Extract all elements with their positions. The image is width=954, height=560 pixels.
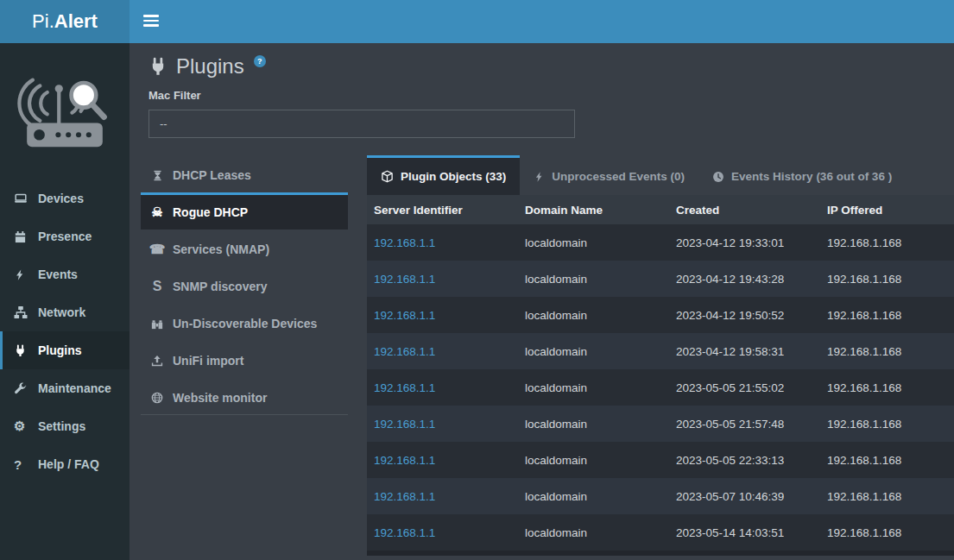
bolt-icon [534, 171, 545, 183]
table-row: 192.168.1.1 localdomain 2023-05-14 14:03… [367, 514, 954, 551]
column-header-domain-name[interactable]: Domain Name [518, 204, 669, 217]
table-header: Server Identifier Domain Name Created IP… [367, 195, 954, 224]
table-row: 192.168.1.1 localdomain 2023-05-05 21:55… [367, 369, 954, 406]
upload-icon [149, 355, 165, 367]
clock-icon [712, 171, 724, 183]
server-identifier-link[interactable]: 192.168.1.1 [374, 381, 435, 394]
phone-volume-icon: ☎ [149, 242, 165, 257]
ip-offered-cell: 192.168.1.168 [820, 526, 954, 539]
gear-icon: ⚙ [14, 418, 33, 434]
sidebar-item-devices[interactable]: Devices [0, 179, 130, 217]
ip-offered-cell: 192.168.1.168 [820, 454, 954, 467]
plugin-item-dhcp-leases[interactable]: DHCP Leases [141, 155, 348, 192]
column-header-ip-offered[interactable]: IP Offered [820, 204, 954, 217]
created-cell: 2023-05-05 22:33:13 [669, 454, 820, 467]
app-logo [0, 43, 130, 164]
domain-name-cell: localdomain [518, 526, 669, 539]
brand-pi: Pi. [32, 10, 54, 32]
tab-unprocessed-events[interactable]: Unprocessed Events (0) [520, 155, 698, 195]
sidebar-item-label: Devices [38, 192, 84, 205]
sidebar-item-maintenance[interactable]: Maintenance [0, 369, 130, 407]
tab-bar: Plugin Objects (33) Unprocessed Events (… [367, 155, 954, 195]
help-badge[interactable]: ? [254, 55, 266, 67]
server-identifier-link[interactable]: 192.168.1.1 [374, 273, 435, 286]
globe-icon [149, 392, 165, 404]
tab-label: Unprocessed Events (0) [552, 170, 685, 183]
plugin-item-label: SNMP discovery [173, 280, 267, 293]
table-row: 192.168.1.1 localdomain 2023-04-12 19:58… [367, 333, 954, 369]
plug-title-icon [148, 57, 167, 76]
plugin-item-undiscoverable-devices[interactable]: Un-Discoverable Devices [141, 304, 348, 341]
sidebar-item-network[interactable]: Network [0, 293, 130, 331]
mac-filter-label: Mac Filter [148, 89, 954, 102]
sidebar-item-label: Help / FAQ [38, 457, 99, 471]
mac-filter-block: Mac Filter [130, 80, 954, 138]
plugin-item-services-nmap[interactable]: ☎ Services (NMAP) [141, 230, 348, 267]
plugin-item-website-monitor[interactable]: Website monitor [141, 378, 348, 415]
page-title-text: Plugins [176, 54, 244, 79]
created-cell: 2023-05-05 21:55:02 [669, 381, 820, 394]
sidebar-item-presence[interactable]: Presence [0, 217, 130, 255]
table-row: 192.168.1.1 localdomain 2023-04-12 19:50… [367, 297, 954, 333]
cube-icon [381, 170, 394, 183]
sidebar-menu: Devices Presence Events Network Plugins [0, 179, 130, 483]
sidebar-item-help-faq[interactable]: ? Help / FAQ [0, 445, 130, 483]
skull-crossbones-icon: ☠ [149, 204, 165, 220]
sidebar-toggle-icon[interactable] [143, 15, 159, 29]
table-row-partial [367, 551, 954, 556]
sidebar-item-settings[interactable]: ⚙ Settings [0, 407, 130, 445]
main-content: Plugins ? Mac Filter DHCP Leases ☠ Rogue… [130, 43, 954, 560]
plugin-item-label: Un-Discoverable Devices [173, 317, 317, 330]
ip-offered-cell: 192.168.1.168 [820, 345, 954, 358]
table-row: 192.168.1.1 localdomain 2023-04-12 19:33… [367, 224, 954, 261]
server-identifier-link[interactable]: 192.168.1.1 [374, 309, 435, 322]
plugin-item-snmp-discovery[interactable]: S SNMP discovery [141, 267, 348, 304]
server-identifier-link[interactable]: 192.168.1.1 [374, 236, 435, 249]
column-header-server-identifier[interactable]: Server Identifier [367, 204, 518, 217]
ip-offered-cell: 192.168.1.168 [820, 490, 954, 503]
domain-name-cell: localdomain [518, 309, 669, 322]
tab-plugin-objects[interactable]: Plugin Objects (33) [367, 155, 520, 195]
server-identifier-link[interactable]: 192.168.1.1 [374, 526, 435, 539]
domain-name-cell: localdomain [518, 490, 669, 503]
page-header: Plugins ? [130, 43, 954, 80]
domain-name-cell: localdomain [518, 345, 669, 358]
plugin-item-rogue-dhcp[interactable]: ☠ Rogue DHCP [141, 192, 348, 230]
sidebar-item-label: Network [38, 305, 85, 319]
column-header-created[interactable]: Created [669, 204, 820, 217]
ip-offered-cell: 192.168.1.168 [820, 273, 954, 286]
sidebar-item-plugins[interactable]: Plugins [0, 331, 130, 369]
sitemap-icon [14, 305, 33, 319]
domain-name-cell: localdomain [518, 273, 669, 286]
server-identifier-link[interactable]: 192.168.1.1 [374, 490, 435, 503]
sidebar-item-label: Plugins [38, 343, 82, 357]
laptop-icon [14, 192, 33, 205]
server-identifier-link[interactable]: 192.168.1.1 [374, 454, 435, 467]
server-identifier-link[interactable]: 192.168.1.1 [374, 418, 435, 431]
brand-logo[interactable]: Pi.Alert [0, 0, 130, 43]
bolt-icon [14, 268, 33, 281]
domain-name-cell: localdomain [518, 454, 669, 467]
sidebar-item-label: Events [38, 267, 78, 281]
plug-icon [14, 344, 33, 357]
created-cell: 2023-05-05 21:57:48 [669, 418, 820, 431]
brand-alert: Alert [54, 10, 98, 32]
domain-name-cell: localdomain [518, 418, 669, 431]
plugin-item-label: Services (NMAP) [173, 242, 269, 256]
plugin-item-label: Rogue DHCP [173, 205, 248, 219]
plugin-item-unifi-import[interactable]: UniFi import [141, 341, 348, 378]
table-row: 192.168.1.1 localdomain 2023-04-12 19:43… [367, 261, 954, 297]
plugin-item-label: DHCP Leases [173, 168, 251, 182]
tab-events-history[interactable]: Events History (36 out of 36 ) [698, 155, 906, 195]
domain-name-cell: localdomain [518, 381, 669, 394]
mac-filter-input[interactable] [148, 110, 575, 138]
created-cell: 2023-04-12 19:43:28 [669, 273, 820, 286]
binoculars-icon [149, 318, 165, 330]
server-identifier-link[interactable]: 192.168.1.1 [374, 345, 435, 358]
question-icon: ? [14, 457, 33, 472]
ip-offered-cell: 192.168.1.168 [820, 309, 954, 322]
sidebar-item-events[interactable]: Events [0, 255, 130, 293]
wrench-icon [14, 382, 33, 395]
router-magnifier-logo [14, 58, 116, 154]
sidebar-item-label: Settings [38, 419, 85, 433]
